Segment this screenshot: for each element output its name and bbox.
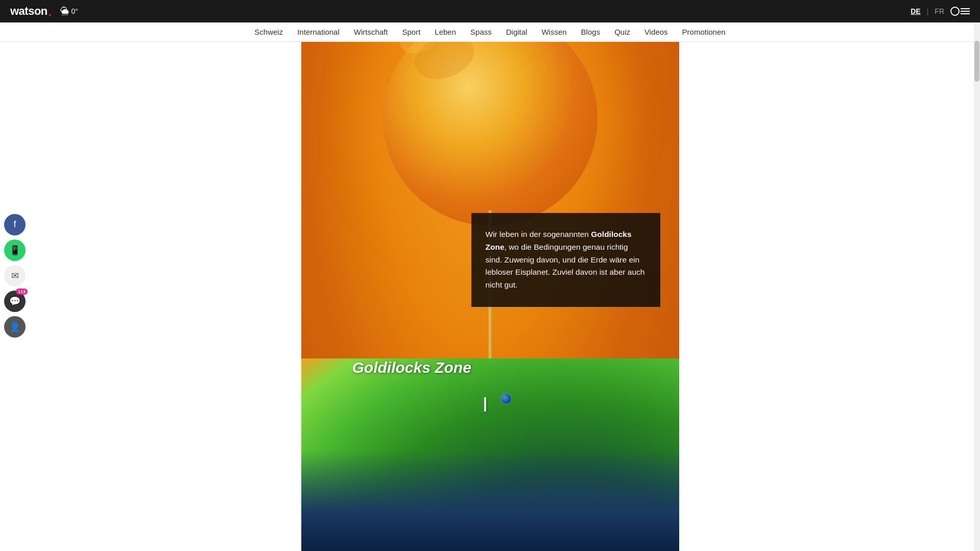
comment-button[interactable]: 113 💬 bbox=[4, 291, 26, 312]
content-wrapper: Wir leben in der sogenannten Goldilocks … bbox=[0, 42, 980, 551]
header-left: watson. 🌦 0° bbox=[10, 4, 78, 18]
email-icon: ✉ bbox=[11, 270, 19, 281]
article-illustration: Wir leben in der sogenannten Goldilocks … bbox=[301, 42, 679, 551]
email-share-button[interactable]: ✉ bbox=[4, 265, 26, 286]
comment-icon: 💬 bbox=[9, 296, 20, 307]
lang-fr-button[interactable]: FR bbox=[935, 7, 944, 15]
logo[interactable]: watson. bbox=[10, 4, 52, 18]
space-background bbox=[301, 450, 679, 551]
facebook-share-button[interactable]: f bbox=[4, 214, 26, 235]
menu-icon bbox=[961, 8, 970, 14]
zone-label: Goldilocks Zone bbox=[352, 359, 471, 376]
nav-item-quiz[interactable]: Quiz bbox=[607, 22, 637, 42]
nav-item-schweiz[interactable]: Schweiz bbox=[247, 22, 290, 42]
article-text-box: Wir leben in der sogenannten Goldilocks … bbox=[471, 213, 660, 307]
whatsapp-share-button[interactable]: 📱 bbox=[4, 239, 26, 261]
nav-item-videos[interactable]: Videos bbox=[637, 22, 675, 42]
nav-item-wissen[interactable]: Wissen bbox=[534, 22, 573, 42]
nav-item-spass[interactable]: Spass bbox=[463, 22, 499, 42]
facebook-icon: f bbox=[13, 219, 16, 230]
main-nav: Schweiz International Wirtschaft Sport L… bbox=[0, 22, 980, 42]
scrollbar-track bbox=[974, 0, 980, 551]
nav-item-wirtschaft[interactable]: Wirtschaft bbox=[347, 22, 395, 42]
nav-item-digital[interactable]: Digital bbox=[499, 22, 535, 42]
weather-widget[interactable]: 🌦 0° bbox=[60, 6, 78, 17]
nav-item-leben[interactable]: Leben bbox=[427, 22, 463, 42]
whatsapp-icon: 📱 bbox=[9, 245, 20, 256]
nav-item-promotionen[interactable]: Promotionen bbox=[675, 22, 733, 42]
lang-de-button[interactable]: DE bbox=[911, 7, 920, 15]
scrollbar-thumb[interactable] bbox=[974, 41, 979, 82]
comment-count-badge: 113 bbox=[16, 289, 28, 295]
nav-item-sport[interactable]: Sport bbox=[395, 22, 427, 42]
user-icon: 👤 bbox=[9, 321, 20, 332]
user-profile-button[interactable]: 👤 bbox=[4, 316, 26, 338]
logo-text: watson bbox=[10, 5, 47, 18]
weather-icon: 🌦 bbox=[60, 6, 69, 17]
search-icon bbox=[950, 7, 960, 16]
logo-dot: . bbox=[48, 4, 52, 18]
site-header: watson. 🌦 0° DE | FR bbox=[0, 0, 980, 22]
lang-separator: | bbox=[927, 7, 929, 15]
earth-icon bbox=[500, 393, 512, 404]
article-body-text: Wir leben in der sogenannten Goldilocks … bbox=[486, 228, 646, 292]
nav-item-blogs[interactable]: Blogs bbox=[574, 22, 608, 42]
header-right: DE | FR bbox=[911, 7, 970, 16]
search-button[interactable] bbox=[950, 7, 970, 16]
text-cursor: I bbox=[483, 394, 488, 415]
social-sidebar: f 📱 ✉ 113 💬 👤 bbox=[0, 210, 30, 342]
article-area: Wir leben in der sogenannten Goldilocks … bbox=[301, 42, 679, 551]
weather-temp: 0° bbox=[71, 7, 78, 15]
nav-item-international[interactable]: International bbox=[290, 22, 347, 42]
